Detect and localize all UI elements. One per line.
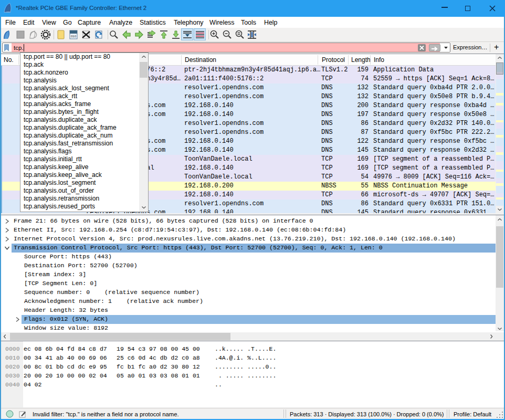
svg-text:010: 010 <box>71 35 77 38</box>
